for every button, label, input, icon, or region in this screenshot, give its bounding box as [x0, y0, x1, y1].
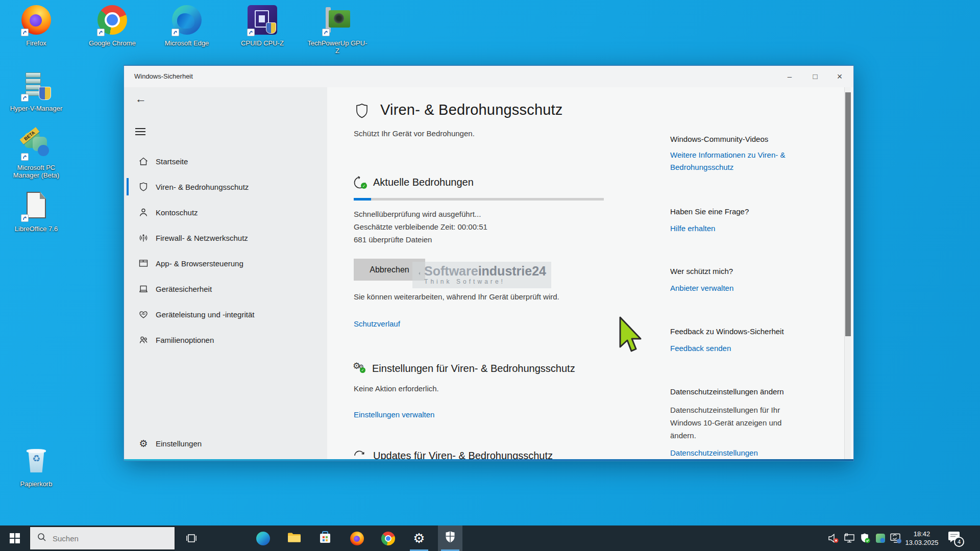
windows-security-window: Windows-Sicherheit – □ × ← Startseite Vi…	[124, 65, 854, 461]
scrollbar-thumb[interactable]	[845, 92, 851, 336]
tray-date: 13.03.2025	[902, 538, 941, 547]
desktop-icon-firefox[interactable]: Firefox	[5, 4, 67, 47]
sidebar-item-geraetesicherheit[interactable]: Gerätesicherheit	[124, 276, 327, 302]
hyperv-icon	[20, 70, 52, 102]
desktop-icon-pcmanager[interactable]: BETA Microsoft PC Manager (Beta)	[5, 129, 67, 179]
sidebar-item-kontoschutz[interactable]: Kontoschutz	[124, 199, 327, 225]
taskbar-chrome-button[interactable]	[376, 525, 400, 551]
notification-badge: 4	[954, 537, 964, 547]
action-center-button[interactable]: 4	[947, 525, 970, 551]
window-titlebar[interactable]: Windows-Sicherheit – □ ×	[124, 66, 853, 87]
taskbar-edge-button[interactable]	[251, 525, 275, 551]
sidebar-item-einstellungen[interactable]: ⚙ Einstellungen	[124, 431, 327, 456]
desktop: { "desktop": { "icons": [ { "label": "Fi…	[0, 0, 980, 551]
shortcut-arrow-icon	[247, 29, 255, 36]
scan-status-text: Schnellüberprüfung wird ausgeführt... Ge…	[354, 208, 487, 246]
aside-heading-who-protects: Wer schützt mich?	[670, 267, 733, 276]
aside-privacy-text: Datenschutzeinstellungen für Ihr Windows…	[670, 404, 798, 442]
desktop-icon-edge[interactable]: Microsoft Edge	[156, 4, 218, 47]
page-title: Viren- & Bedrohungsschutz	[380, 102, 563, 118]
settings-section-heading: Einstellungen für Viren- & Bedrohungssch…	[372, 363, 575, 374]
defender-ok-icon[interactable]	[859, 525, 872, 551]
network-icon[interactable]	[843, 525, 856, 551]
windows-logo-icon	[10, 533, 20, 543]
shortcut-arrow-icon	[21, 153, 29, 161]
aside-heading-question: Haben Sie eine Frage?	[670, 207, 749, 216]
start-button[interactable]	[3, 525, 27, 551]
firefox-icon	[20, 5, 52, 37]
search-icon	[37, 533, 46, 544]
desktop-icon-libreoffice[interactable]: LibreOffice 7.6	[5, 190, 67, 233]
maximize-button[interactable]: □	[803, 66, 827, 87]
current-threats-heading: Aktuelle Bedrohungen	[373, 177, 474, 188]
taskbar-search[interactable]	[30, 527, 175, 550]
taskbar-clock[interactable]: 18:42 13.03.2025	[902, 530, 941, 547]
shield-icon	[137, 181, 150, 192]
desktop-icon-cpuz[interactable]: CPUID CPU-Z	[231, 4, 293, 47]
back-button[interactable]: ←	[133, 91, 149, 107]
shortcut-arrow-icon	[21, 94, 29, 102]
aside-link-manage-providers[interactable]: Anbieter verwalten	[670, 284, 733, 292]
desktop-icon-gpuz[interactable]: TechPowerUp GPU-Z	[306, 4, 369, 55]
aside-heading-privacy: Datenschutzeinstellungen ändern	[670, 387, 784, 396]
window-scrollbar[interactable]	[844, 87, 851, 459]
green-check-badge: ✓	[361, 183, 367, 189]
desktop-icon-recycle-bin[interactable]: ♻ Papierkorb	[5, 445, 67, 488]
manage-settings-link[interactable]: Einstellungen verwalten	[354, 410, 434, 419]
taskbar-firefox-button[interactable]	[345, 525, 369, 551]
pc-manager-icon: BETA	[20, 130, 52, 161]
home-icon	[137, 156, 150, 167]
window-bottom-border	[124, 459, 853, 461]
desktop-icon-label: Microsoft PC Manager (Beta)	[5, 164, 67, 179]
sidebar-item-app-browsersteuerung[interactable]: App- & Browsersteuerung	[124, 251, 327, 276]
firefox-icon	[350, 532, 364, 545]
desktop-icon-hyperv[interactable]: Hyper-V-Manager	[5, 69, 67, 112]
libreoffice-icon	[20, 191, 52, 222]
page-subtitle: Schützt Ihr Gerät vor Bedrohungen.	[354, 127, 475, 140]
taskbar-store-button[interactable]	[313, 525, 337, 551]
scan-files-count: 681 überprüfte Dateien	[354, 233, 487, 246]
taskbar: ⚙ 18:42 13.03.2025 4	[0, 525, 980, 551]
edge-icon	[171, 5, 203, 37]
aside-link-get-help[interactable]: Hilfe erhalten	[670, 224, 715, 233]
sidebar-item-startseite[interactable]: Startseite	[124, 148, 327, 174]
watermark-brand: Software	[424, 264, 478, 278]
laptop-icon	[137, 283, 150, 294]
desktop-icon-label: Google Chrome	[81, 39, 143, 47]
recycle-bin-icon: ♻	[20, 446, 52, 478]
desktop-icon-label: Firefox	[5, 39, 67, 47]
desktop-icon-label: LibreOffice 7.6	[5, 225, 67, 233]
search-input[interactable]	[53, 534, 155, 543]
pc-manager-icon[interactable]	[874, 525, 887, 551]
taskbar-defender-button[interactable]	[438, 525, 462, 551]
chrome-icon	[96, 5, 128, 37]
defender-shield-icon	[444, 530, 457, 546]
protection-history-link[interactable]: Schutzverlauf	[354, 319, 400, 328]
aside-link-send-feedback[interactable]: Feedback senden	[670, 344, 731, 353]
cpuz-icon	[247, 5, 278, 37]
desktop-icon-label: Hyper-V-Manager	[5, 105, 67, 112]
task-view-button[interactable]	[179, 525, 204, 551]
close-button[interactable]: ×	[828, 66, 851, 87]
desktop-icon-chrome[interactable]: Google Chrome	[81, 4, 143, 47]
sidebar-item-firewall-netzwerkschutz[interactable]: Firewall- & Netzwerkschutz	[124, 225, 327, 251]
volume-muted-icon[interactable]	[827, 525, 840, 551]
settings-gears-icon: ⚙⚙ ✓	[353, 361, 364, 371]
sidebar-item-familienoptionen[interactable]: Familienoptionen	[124, 327, 327, 353]
scan-note: Sie können weiterarbeiten, während Ihr G…	[354, 290, 559, 303]
desktop-icon-label: CPUID CPU-Z	[231, 39, 293, 47]
watermark-brand-bold: industrie24	[478, 264, 546, 278]
aside-link-more-info[interactable]: Weitere Informationen zu Viren- & Bedroh…	[670, 149, 799, 173]
taskbar-settings-button[interactable]: ⚙	[407, 525, 431, 551]
sidebar-item-viren-bedrohungsschutz[interactable]: Viren- & Bedrohungsschutz	[124, 174, 327, 199]
edge-icon	[256, 532, 270, 545]
aside-link-privacy-settings[interactable]: Datenschutzeinstellungen	[670, 448, 758, 457]
sidebar-item-geraeteleistung[interactable]: Geräteleistung und -integrität	[124, 302, 327, 327]
display-sync-icon[interactable]	[889, 525, 902, 551]
menu-icon[interactable]	[135, 126, 145, 137]
settings-status: Keine Aktion erforderlich.	[354, 382, 439, 395]
network-icon	[137, 232, 150, 243]
taskbar-explorer-button[interactable]	[282, 525, 306, 551]
gear-icon: ⚙	[137, 438, 150, 449]
minimize-button[interactable]: –	[778, 66, 801, 87]
